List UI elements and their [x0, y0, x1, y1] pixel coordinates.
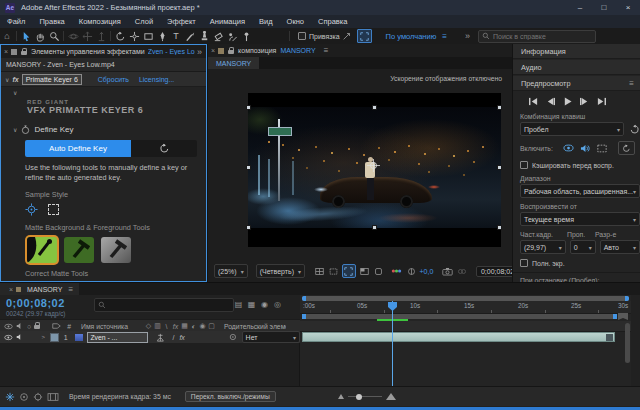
roto-brush-tool-icon[interactable]: [225, 29, 239, 43]
handle-mid-right[interactable]: [497, 165, 502, 170]
timeline-tab-mansory[interactable]: × MANSORY ≡: [0, 283, 79, 295]
effect-licensing-link[interactable]: Licensing...: [139, 76, 174, 83]
menu-view[interactable]: Вид: [252, 17, 280, 26]
include-video-icon[interactable]: [561, 142, 576, 154]
timeline-search-box[interactable]: [94, 298, 234, 312]
menu-layer[interactable]: Слой: [128, 17, 160, 26]
transparency-grid-icon[interactable]: [358, 265, 370, 277]
layer-quality-icon[interactable]: [156, 333, 165, 342]
menu-animation[interactable]: Анимация: [203, 17, 252, 26]
mercury-transmit-icon[interactable]: [357, 29, 372, 43]
close-button[interactable]: ×: [616, 0, 640, 15]
show-snapshot-icon[interactable]: [456, 265, 468, 277]
eraser-tool-icon[interactable]: [211, 29, 225, 43]
stopwatch-icon[interactable]: [21, 125, 30, 135]
effect-collapse-icon[interactable]: ∨: [5, 76, 9, 83]
toolbar-overflow-icon[interactable]: »: [465, 31, 470, 41]
auto-define-reset-button[interactable]: [131, 140, 197, 157]
work-area-bar[interactable]: [302, 314, 617, 319]
exposure-value[interactable]: +0,0: [419, 268, 433, 275]
dolly-camera-tool-icon[interactable]: [94, 29, 108, 43]
comp-marker-button[interactable]: [618, 313, 628, 320]
range-select[interactable]: Рабочая область, расширенная... ▾: [520, 184, 640, 198]
zoom-in-mountain-icon[interactable]: [386, 393, 396, 400]
anchor-point-icon[interactable]: [367, 159, 380, 172]
orbit-camera-tool-icon[interactable]: [66, 29, 80, 43]
preview-panel-header[interactable]: Предпросмотр ≡: [513, 76, 640, 91]
audio-panel-header[interactable]: Аудио: [513, 60, 640, 75]
composition-flowchart-icon[interactable]: ▤: [232, 298, 245, 310]
parent-pickwhip-icon[interactable]: [229, 333, 237, 341]
pan-behind-tool-icon[interactable]: [127, 29, 141, 43]
puppet-pin-tool-icon[interactable]: [239, 29, 253, 43]
snapshot-camera-icon[interactable]: [441, 265, 453, 277]
effect-name[interactable]: Primatte Keyer 6: [22, 74, 82, 85]
vertical-scrollbar[interactable]: [625, 323, 630, 363]
handle-top-right[interactable]: [497, 105, 502, 110]
layer-duration-bar[interactable]: [302, 332, 615, 342]
help-search-input[interactable]: [493, 33, 585, 40]
include-overlays-icon[interactable]: [595, 142, 610, 154]
cache-indicator-icon[interactable]: [19, 392, 29, 402]
layer-visibility-icon[interactable]: [4, 334, 13, 341]
zoom-slider-knob[interactable]: [356, 394, 362, 400]
region-of-interest-icon[interactable]: [342, 264, 356, 278]
tab-overflow-icon[interactable]: »: [197, 47, 202, 57]
group-collapse-icon[interactable]: ∨: [13, 89, 17, 96]
help-search-box[interactable]: [478, 30, 596, 43]
render-snowflake-icon[interactable]: [5, 392, 15, 402]
gray-squeegee-tool[interactable]: [101, 237, 131, 263]
shape-tool-icon[interactable]: [141, 29, 155, 43]
region-sample-icon[interactable]: [48, 204, 59, 215]
handle-top-left[interactable]: [246, 105, 251, 110]
layer-audio-icon[interactable]: [16, 333, 24, 341]
comp-tab-close-icon[interactable]: ×: [211, 47, 215, 54]
exposure-reset-icon[interactable]: [405, 265, 417, 277]
loop-icon[interactable]: [618, 141, 635, 155]
bg-squeegee-tool[interactable]: [64, 237, 94, 263]
film-icon[interactable]: [47, 392, 59, 402]
comp-panel-menu-icon[interactable]: ≡: [324, 46, 329, 55]
zoom-out-mountain-icon[interactable]: [338, 394, 344, 399]
menu-help[interactable]: Справка: [311, 17, 354, 26]
hand-tool-icon[interactable]: [33, 29, 47, 43]
comp-lock-icon[interactable]: [228, 50, 234, 54]
resolution-select[interactable]: (Четверть)▾: [256, 264, 305, 278]
home-icon[interactable]: ⌂: [0, 29, 14, 43]
pan-camera-tool-icon[interactable]: [80, 29, 94, 43]
comp-tab-label[interactable]: композиция: [238, 47, 276, 54]
menu-composition[interactable]: Композиция: [72, 17, 128, 26]
maximize-button[interactable]: □: [592, 0, 616, 15]
first-frame-button[interactable]: [525, 95, 542, 107]
fg-eyedropper-tool[interactable]: [27, 237, 57, 263]
snap-angle-icon[interactable]: [340, 29, 354, 43]
shortcut-reset-icon[interactable]: [629, 124, 640, 135]
point-sample-icon[interactable]: [25, 203, 38, 216]
menu-effect[interactable]: Эффект: [160, 17, 203, 26]
work-area-start[interactable]: [302, 314, 306, 319]
handle-top-center[interactable]: [372, 105, 377, 110]
resolution-preview-select[interactable]: Авто▾: [600, 240, 640, 254]
handle-bottom-left[interactable]: [246, 225, 251, 230]
viewer-tab-mansory[interactable]: MANSORY: [208, 57, 259, 69]
magnification-select[interactable]: (25%)▾: [214, 264, 248, 278]
handle-bottom-center[interactable]: [372, 225, 377, 230]
parent-column[interactable]: Родительский элемент ...: [224, 323, 286, 330]
handle-mid-left[interactable]: [246, 165, 251, 170]
effect-controls-tab-target[interactable]: Zven - Eyes Lo: [148, 48, 195, 55]
performance-icon[interactable]: [33, 392, 43, 402]
parent-select[interactable]: Нет ▾: [242, 331, 300, 343]
layer-name[interactable]: Zven - ... Low.mp4: [87, 332, 147, 343]
selection-tool-icon[interactable]: [19, 29, 33, 43]
panel-close-icon[interactable]: ×: [4, 48, 8, 55]
last-frame-button[interactable]: [593, 95, 610, 107]
effect-reset-link[interactable]: Сбросить: [98, 76, 129, 83]
choose-grid-icon[interactable]: [313, 265, 325, 277]
previous-frame-button[interactable]: [542, 95, 559, 107]
layer-draft-icon[interactable]: /: [172, 334, 174, 341]
time-ruler[interactable]: :00s 05s 10s 15s 20s 25s 30s: [300, 301, 631, 314]
minimize-button[interactable]: –: [568, 0, 592, 15]
guides-icon[interactable]: [372, 265, 384, 277]
zoom-tool-icon[interactable]: [47, 29, 61, 43]
layer-fx-icon[interactable]: fx: [179, 334, 184, 341]
